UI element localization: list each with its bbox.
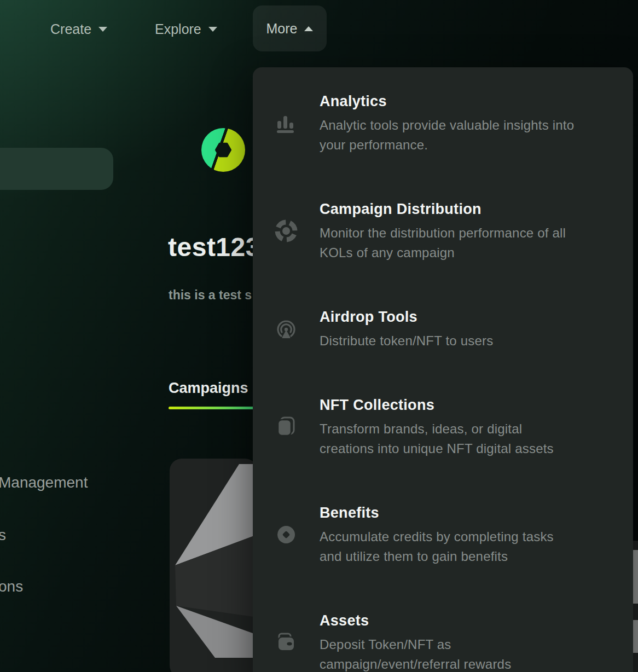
menu-item-title: Assets	[320, 610, 511, 631]
edge-link-truncated-s[interactable]: s	[0, 526, 6, 544]
tab-campaigns[interactable]: Campaigns	[169, 380, 248, 397]
card-art-fragment	[633, 550, 638, 604]
nav-more-menu[interactable]: More	[253, 5, 327, 51]
more-dropdown-panel: Analytics Analytic tools provide valuabl…	[253, 67, 633, 672]
chevron-down-icon	[98, 27, 107, 32]
menu-item-title: Benefits	[320, 502, 554, 523]
card-art-fragment	[633, 620, 638, 653]
active-tab-underline	[169, 407, 263, 409]
abstract-arrow-art	[170, 459, 257, 672]
menu-item-description: Monitor the distribution performance of …	[320, 223, 566, 263]
coin-diamond-icon	[274, 522, 299, 547]
page: Create Explore More	[0, 0, 638, 672]
project-logo-icon	[201, 128, 245, 172]
edge-link-truncated-ons[interactable]: ons	[0, 578, 23, 595]
edge-link-management[interactable]: Management	[0, 474, 88, 491]
menu-item-description: Analytic tools provide valuable insights…	[320, 115, 574, 155]
menu-item-nft-collections[interactable]: NFT Collections Transform brands, ideas,…	[253, 395, 633, 459]
nav-explore-menu[interactable]: Explore	[155, 21, 217, 37]
top-navigation: Create Explore More	[0, 0, 638, 66]
menu-item-title: Airdrop Tools	[320, 306, 493, 327]
menu-item-description: Transform brands, ideas, or digital crea…	[320, 419, 554, 459]
menu-item-title: Campaign Distribution	[320, 199, 566, 219]
page-subtitle: this is a test s	[169, 288, 252, 303]
chevron-down-icon	[208, 27, 217, 32]
nav-more-label: More	[266, 21, 298, 37]
segmented-target-icon	[274, 218, 299, 244]
nav-create-label: Create	[50, 21, 91, 37]
stacked-cards-icon	[274, 414, 299, 439]
nav-explore-label: Explore	[155, 21, 201, 37]
menu-item-campaign-distribution[interactable]: Campaign Distribution Monitor the distri…	[253, 199, 633, 263]
menu-item-assets[interactable]: Assets Deposit Token/NFT as campaign/eve…	[253, 610, 633, 672]
airdrop-broadcast-icon	[274, 316, 299, 341]
page-title: test123	[168, 232, 260, 262]
campaign-card-thumbnail[interactable]	[170, 459, 257, 672]
campaign-card-thumbnail-sliver	[633, 541, 638, 672]
menu-item-description: Deposit Token/NFT as campaign/event/refe…	[320, 635, 511, 672]
wallet-icon	[274, 630, 299, 655]
menu-item-airdrop-tools[interactable]: Airdrop Tools Distribute token/NFT to us…	[253, 306, 633, 351]
menu-item-benefits[interactable]: Benefits Accumulate credits by completin…	[253, 502, 633, 566]
left-banner-fragment	[0, 148, 113, 190]
menu-item-title: NFT Collections	[320, 395, 554, 415]
bar-chart-icon	[274, 111, 299, 136]
menu-item-analytics[interactable]: Analytics Analytic tools provide valuabl…	[253, 91, 633, 155]
menu-item-description: Distribute token/NFT to users	[320, 331, 493, 351]
chevron-up-icon	[304, 26, 313, 31]
menu-item-description: Accumulate credits by completing tasks a…	[320, 527, 554, 566]
nav-create-menu[interactable]: Create	[50, 21, 107, 37]
menu-item-title: Analytics	[320, 91, 574, 112]
